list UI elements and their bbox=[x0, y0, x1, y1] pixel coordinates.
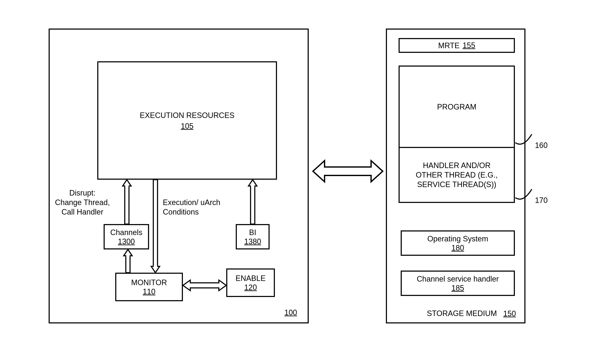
arrow-left-right-bus bbox=[313, 160, 383, 183]
os-ref: 180 bbox=[451, 244, 464, 252]
arrow-bi-to-exec bbox=[246, 180, 259, 224]
disrupt-line1: Disrupt: bbox=[55, 188, 110, 198]
mrte-box: MRTE 155 bbox=[399, 38, 515, 53]
callout-170: 170 bbox=[535, 195, 548, 205]
storage-medium-title: STORAGE MEDIUM bbox=[427, 309, 497, 318]
disrupt-label: Disrupt: Change Thread, Call Handler bbox=[55, 188, 110, 217]
mrte-title: MRTE bbox=[438, 41, 460, 50]
storage-medium-ref: 150 bbox=[503, 309, 516, 318]
arrow-exec-to-monitor bbox=[149, 180, 162, 273]
enable-title: ENABLE bbox=[236, 273, 265, 283]
disrupt-line3: Call Handler bbox=[55, 207, 110, 217]
svg-rect-4 bbox=[250, 186, 255, 224]
arrow-monitor-enable bbox=[183, 279, 226, 292]
bi-ref: 1380 bbox=[244, 237, 261, 246]
enable-box: ENABLE 120 bbox=[226, 268, 275, 297]
arrow-channels-to-exec bbox=[120, 180, 133, 224]
svg-rect-7 bbox=[126, 255, 130, 257]
program-handler-box: PROGRAM HANDLER AND/OR OTHER THREAD (E.G… bbox=[399, 65, 515, 203]
svg-rect-3 bbox=[154, 265, 157, 267]
conditions-label: Execution/ uArch Conditions bbox=[163, 198, 220, 217]
svg-rect-5 bbox=[251, 185, 254, 187]
svg-rect-0 bbox=[125, 186, 129, 224]
conditions-line2: Conditions bbox=[163, 207, 220, 217]
arrow-monitor-to-channels bbox=[122, 249, 134, 273]
channels-box: Channels 1300 bbox=[104, 224, 149, 249]
disrupt-line2: Change Thread, bbox=[55, 198, 110, 207]
monitor-title: MONITOR bbox=[131, 278, 167, 287]
program-title: PROGRAM bbox=[437, 102, 476, 112]
conditions-line1: Execution/ uArch bbox=[163, 198, 220, 207]
enable-ref: 120 bbox=[244, 283, 257, 292]
svg-marker-9 bbox=[313, 161, 383, 182]
bi-title: BI bbox=[249, 228, 256, 237]
execution-resources-title: EXECUTION RESOURCES bbox=[140, 111, 235, 120]
program-section: PROGRAM bbox=[400, 66, 514, 147]
callout-170-line bbox=[515, 188, 536, 205]
mrte-ref: 155 bbox=[463, 41, 475, 50]
monitor-ref: 110 bbox=[143, 287, 155, 296]
csh-ref: 185 bbox=[451, 284, 464, 293]
handler-line1: HANDLER AND/OR bbox=[423, 161, 490, 170]
execution-resources-ref: 105 bbox=[181, 122, 194, 131]
handler-line3: SERVICE THREAD(S)) bbox=[417, 180, 497, 189]
callout-160: 160 bbox=[535, 141, 548, 150]
ref-100: 100 bbox=[284, 308, 297, 317]
bi-box: BI 1380 bbox=[236, 224, 270, 249]
channels-ref: 1300 bbox=[118, 237, 135, 246]
svg-rect-1 bbox=[125, 185, 129, 187]
monitor-box: MONITOR 110 bbox=[115, 273, 183, 301]
channels-title: Channels bbox=[110, 228, 142, 237]
os-title: Operating System bbox=[427, 234, 488, 244]
svg-marker-8 bbox=[183, 280, 226, 291]
csh-title: Channel service handler bbox=[417, 274, 499, 284]
os-box: Operating System 180 bbox=[401, 230, 515, 256]
csh-box: Channel service handler 185 bbox=[401, 271, 515, 296]
handler-line2: OTHER THREAD (E.G., bbox=[416, 170, 498, 180]
callout-160-line bbox=[515, 133, 536, 150]
execution-resources-box: EXECUTION RESOURCES 105 bbox=[97, 61, 277, 180]
svg-rect-2 bbox=[153, 180, 158, 266]
handler-section: HANDLER AND/OR OTHER THREAD (E.G., SERVI… bbox=[400, 148, 514, 202]
svg-rect-6 bbox=[126, 256, 130, 273]
